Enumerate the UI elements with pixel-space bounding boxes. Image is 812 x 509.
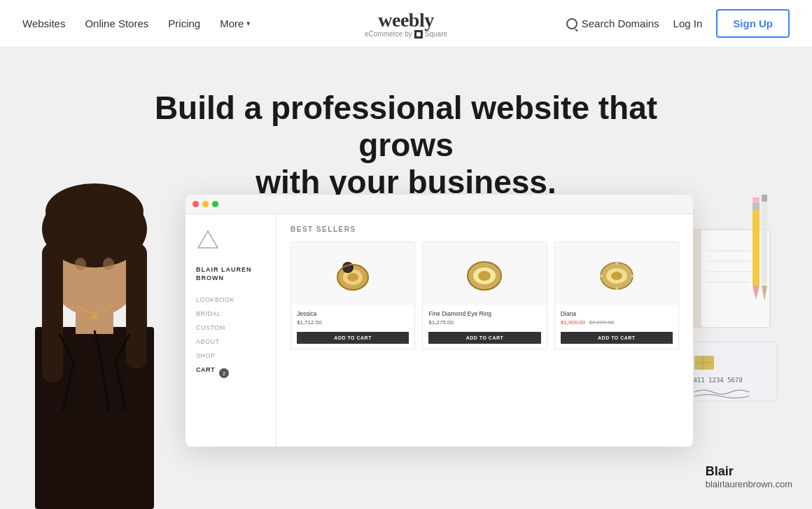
navbar: Websites Online Stores Pricing More ▾ we… <box>0 0 812 48</box>
sidebar-nav-bridal[interactable]: BRIDAL <box>196 310 265 317</box>
sidebar-nav-shop[interactable]: SHOP <box>196 352 265 359</box>
svg-point-23 <box>611 272 622 280</box>
svg-point-26 <box>631 274 634 277</box>
login-link[interactable]: Log In <box>673 18 703 29</box>
svg-rect-42 <box>686 342 777 401</box>
product-image-diana <box>555 242 678 305</box>
svg-point-25 <box>600 274 603 277</box>
website-mockup: BLAIR LAUREN BROWN LOOKBOOK BRIDAL CUSTO… <box>186 195 693 447</box>
search-domains-button[interactable]: Search Domains <box>566 18 659 29</box>
product-card-diana: Diana $1,900.00 $2,299.00 ADD TO CART <box>554 242 679 349</box>
dot-yellow <box>202 201 209 207</box>
person-label: Blair blairlaurenbrown.com <box>706 464 792 489</box>
person-image <box>0 145 196 509</box>
product-image-diamond <box>423 242 546 305</box>
svg-rect-4 <box>42 243 63 383</box>
mockup-body: BLAIR LAUREN BROWN LOOKBOOK BRIDAL CUSTO… <box>186 214 693 447</box>
product-price-diamond: $1,275.00 <box>428 319 540 326</box>
product-name-diana: Diana <box>561 310 673 317</box>
svg-text:4411  1234  5678: 4411 1234 5678 <box>690 377 743 384</box>
nav-websites[interactable]: Websites <box>22 18 65 29</box>
logo-wordmark: weebly <box>365 9 447 32</box>
dot-green <box>212 201 218 207</box>
add-to-cart-jessica[interactable]: ADD TO CART <box>297 332 409 344</box>
mockup-sidebar: BLAIR LAUREN BROWN LOOKBOOK BRIDAL CUSTO… <box>186 214 276 447</box>
svg-rect-5 <box>126 243 147 369</box>
chevron-down-icon: ▾ <box>246 19 251 28</box>
product-price-diana: $1,900.00 $2,299.00 <box>561 319 673 326</box>
search-icon <box>566 18 578 29</box>
signup-button[interactable]: Sign Up <box>716 9 790 38</box>
site-logo[interactable]: weebly eCommerce by Square <box>365 9 447 39</box>
svg-point-27 <box>615 262 618 265</box>
svg-rect-38 <box>752 197 760 203</box>
square-icon <box>414 30 423 39</box>
product-info-jessica: Jessica $1,712.50 ADD TO CART <box>291 305 414 349</box>
svg-rect-30 <box>693 230 701 328</box>
svg-rect-41 <box>762 195 767 202</box>
person-label-url: blairlaurenbrown.com <box>706 479 792 489</box>
logo-subtitle: eCommerce by Square <box>365 30 447 39</box>
product-card-diamond: Fine Diamond Eye Ring $1,275.00 ADD TO C… <box>422 242 547 349</box>
products-grid: Jessica $1,712.50 ADD TO CART <box>290 242 679 349</box>
brand-name: BLAIR LAUREN BROWN <box>196 266 265 282</box>
add-to-cart-diana[interactable]: ADD TO CART <box>561 332 673 344</box>
svg-marker-10 <box>198 231 218 248</box>
sidebar-nav-cart[interactable]: CART 2 <box>196 366 265 380</box>
mockup-titlebar <box>186 195 693 214</box>
person-label-name: Blair <box>706 464 792 479</box>
sale-price: $1,900.00 <box>561 319 586 326</box>
svg-point-6 <box>46 183 144 239</box>
svg-point-28 <box>615 287 618 290</box>
bestsellers-label: BEST SELLERS <box>290 225 679 233</box>
product-info-diana: Diana $1,900.00 $2,299.00 ADD TO CART <box>555 305 678 349</box>
product-name-jessica: Jessica <box>297 310 409 317</box>
product-price-jessica: $1,712.50 <box>297 319 409 326</box>
sidebar-nav-about[interactable]: ABOUT <box>196 338 265 345</box>
cart-label: CART <box>196 366 215 373</box>
original-price: $2,299.00 <box>589 319 614 326</box>
product-name-diamond: Fine Diamond Eye Ring <box>428 310 540 317</box>
svg-rect-39 <box>762 195 767 286</box>
nav-online-stores[interactable]: Online Stores <box>85 18 148 29</box>
svg-point-7 <box>75 258 86 270</box>
nav-left: Websites Online Stores Pricing More ▾ <box>22 18 251 29</box>
add-to-cart-diamond[interactable]: ADD TO CART <box>428 332 540 344</box>
svg-point-19 <box>478 271 491 281</box>
product-info-diamond: Fine Diamond Eye Ring $1,275.00 ADD TO C… <box>423 305 546 349</box>
product-image-jessica <box>291 242 414 305</box>
svg-point-13 <box>347 273 358 281</box>
decoration-right: 4411 1234 5678 <box>679 188 798 433</box>
cart-badge: 2 <box>219 368 229 378</box>
mockup-main: BEST SELLERS <box>276 214 693 447</box>
sidebar-logo <box>196 228 265 255</box>
nav-more[interactable]: More ▾ <box>220 18 251 29</box>
svg-point-8 <box>103 258 114 270</box>
svg-point-9 <box>92 314 97 319</box>
product-card-jessica: Jessica $1,712.50 ADD TO CART <box>290 242 415 349</box>
hero-section: Build a professional website that grows … <box>0 48 812 509</box>
nav-right: Search Domains Log In Sign Up <box>566 9 790 38</box>
nav-pricing[interactable]: Pricing <box>168 18 200 29</box>
hero-headline: Build a professional website that grows … <box>119 90 693 201</box>
sidebar-nav-lookbook[interactable]: LOOKBOOK <box>196 296 265 303</box>
sidebar-nav-custom[interactable]: CUSTOM <box>196 324 265 331</box>
svg-rect-35 <box>752 202 760 286</box>
